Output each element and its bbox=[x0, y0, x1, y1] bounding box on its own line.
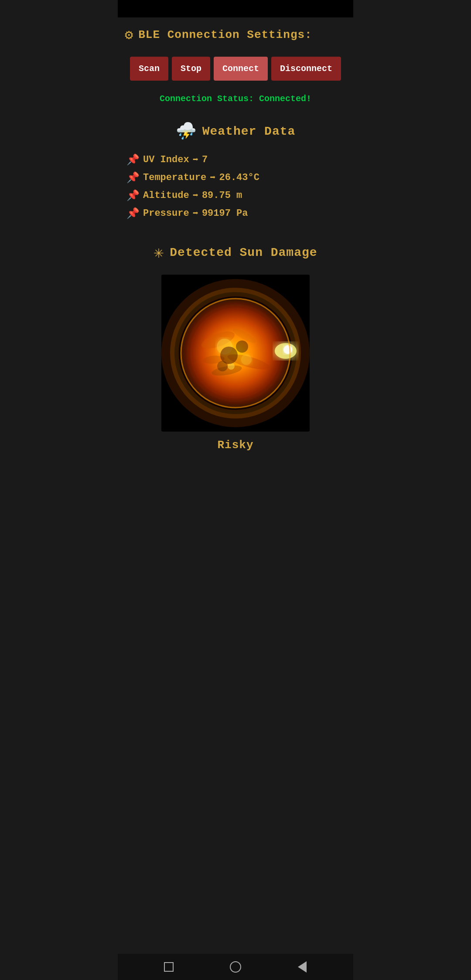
alt-value: 89.75 m bbox=[202, 190, 242, 201]
main-content: ⚙️ BLE Connection Settings: Scan Stop Co… bbox=[118, 17, 353, 954]
pressure-label: Pressure bbox=[143, 208, 189, 219]
alt-arrow: ➡ bbox=[193, 190, 198, 201]
sun-image bbox=[161, 275, 310, 432]
uv-value: 7 bbox=[202, 154, 208, 165]
stop-button[interactable]: Stop bbox=[172, 57, 210, 81]
risk-label: Risky bbox=[217, 439, 253, 452]
header-title: BLE Connection Settings: bbox=[138, 28, 312, 41]
sun-star-icon: ✳️ bbox=[154, 242, 164, 262]
pressure-item: 📌 Pressure ➡ 99197 Pa bbox=[126, 207, 345, 220]
temp-label: Temperature bbox=[143, 172, 206, 183]
nav-bar bbox=[118, 954, 353, 980]
scan-button[interactable]: Scan bbox=[130, 57, 168, 81]
status-bar bbox=[118, 0, 353, 17]
sun-damage-section: ✳️ Detected Sun Damage bbox=[125, 242, 346, 452]
sun-image-container bbox=[161, 275, 310, 432]
nav-triangle-icon bbox=[298, 961, 307, 973]
svg-point-13 bbox=[283, 345, 292, 354]
pressure-arrow: ➡ bbox=[193, 208, 198, 219]
sun-damage-title: Detected Sun Damage bbox=[170, 246, 317, 259]
pin-icon-alt: 📌 bbox=[126, 189, 140, 202]
weather-data: 📌 UV Index ➡ 7 📌 Temperature ➡ 26.43°C 📌… bbox=[125, 153, 346, 225]
connection-status: Connection Status: Connected! bbox=[125, 94, 346, 104]
nav-back-button[interactable] bbox=[296, 961, 308, 973]
nav-home-button[interactable] bbox=[229, 961, 242, 973]
alt-label: Altitude bbox=[143, 190, 189, 201]
altitude-item: 📌 Altitude ➡ 89.75 m bbox=[126, 189, 345, 202]
svg-point-16 bbox=[217, 361, 228, 371]
disconnect-button[interactable]: Disconnect bbox=[271, 57, 341, 81]
temperature-item: 📌 Temperature ➡ 26.43°C bbox=[126, 171, 345, 184]
nav-circle-icon bbox=[230, 961, 241, 973]
header: ⚙️ BLE Connection Settings: bbox=[125, 26, 346, 44]
connect-button[interactable]: Connect bbox=[214, 57, 268, 81]
gear-icon: ⚙️ bbox=[125, 26, 133, 44]
pressure-value: 99197 Pa bbox=[202, 208, 248, 219]
weather-title: Weather Data bbox=[202, 125, 296, 138]
nav-square-icon bbox=[164, 962, 174, 972]
pin-icon-pressure: 📌 bbox=[126, 207, 140, 220]
svg-point-15 bbox=[236, 340, 248, 353]
weather-section-title: ⛈️ Weather Data bbox=[125, 121, 346, 141]
buttons-row: Scan Stop Connect Disconnect bbox=[125, 57, 346, 81]
temp-value: 26.43°C bbox=[219, 172, 259, 183]
nav-stop-button[interactable] bbox=[163, 961, 175, 973]
pin-icon-uv: 📌 bbox=[126, 153, 140, 166]
weather-icon: ⛈️ bbox=[176, 121, 196, 141]
sun-damage-title-row: ✳️ Detected Sun Damage bbox=[154, 242, 317, 262]
pin-icon-temp: 📌 bbox=[126, 171, 140, 184]
svg-point-10 bbox=[241, 354, 252, 365]
uv-index-item: 📌 UV Index ➡ 7 bbox=[126, 153, 345, 166]
uv-label: UV Index bbox=[143, 154, 189, 165]
uv-arrow: ➡ bbox=[193, 154, 198, 166]
temp-arrow: ➡ bbox=[210, 172, 215, 184]
